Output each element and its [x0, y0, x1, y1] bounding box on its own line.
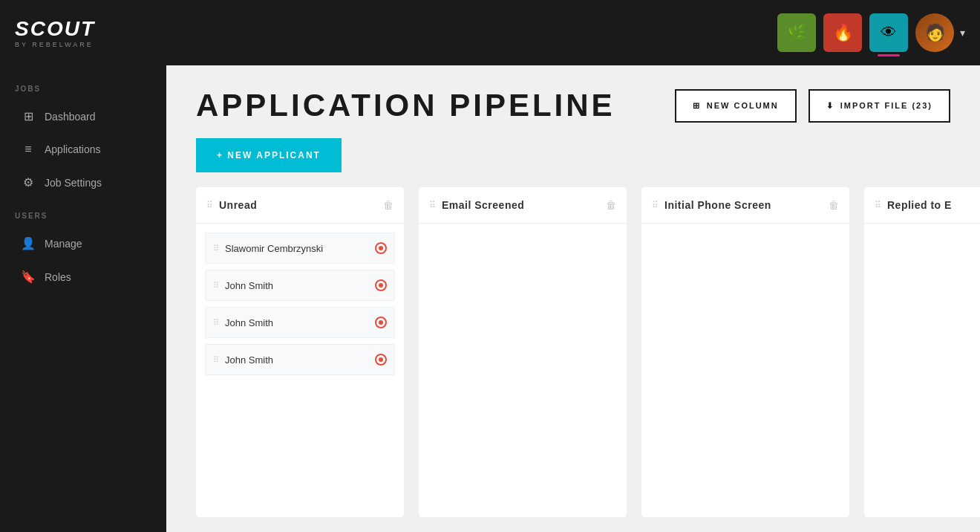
eye-app-icon[interactable]: 👁 [869, 13, 908, 52]
top-navigation: SCOUT BY REBELWARE 🌿 🔥 👁 🧑 ▾ [0, 0, 980, 65]
kanban-column-replied-to-e: ⠿Replied to E🗑 [864, 187, 980, 517]
app-byline: BY REBELWARE [15, 41, 95, 48]
sidebar-item-manage[interactable]: 👤 Manage [6, 227, 160, 259]
column-drag-handle-icon[interactable]: ⠿ [429, 200, 436, 210]
column-drag-handle-icon[interactable]: ⠿ [875, 200, 881, 210]
sidebar-item-label: Roles [45, 271, 71, 283]
column-title: Email Screened [442, 199, 600, 211]
table-row[interactable]: ⠿Slawomir Cembrzynski [205, 233, 395, 264]
sidebar-section-jobs: JOBS [0, 73, 166, 99]
chevron-down-icon: ▾ [960, 27, 965, 39]
sidebar: JOBS ⊞ Dashboard ≡ Applications ⚙ Job Se… [0, 65, 166, 532]
column-delete-icon[interactable]: 🗑 [606, 199, 616, 211]
column-title: Initial Phone Screen [664, 199, 823, 211]
sidebar-item-dashboard[interactable]: ⊞ Dashboard [6, 100, 160, 132]
sidebar-item-label: Applications [45, 143, 101, 155]
card-status-indicator [375, 242, 387, 254]
flame-app-icon[interactable]: 🔥 [823, 13, 862, 52]
card-applicant-name: John Smith [225, 280, 369, 291]
column-body-email-screened [419, 224, 627, 517]
sidebar-item-job-settings[interactable]: ⚙ Job Settings [6, 166, 160, 198]
card-status-indicator [375, 354, 387, 366]
card-status-indicator [375, 317, 387, 328]
sidebar-item-roles[interactable]: 🔖 Roles [6, 261, 160, 293]
column-drag-handle-icon[interactable]: ⠿ [206, 200, 213, 210]
card-drag-handle-icon: ⠿ [213, 244, 219, 253]
sidebar-section-users: USERS [0, 200, 166, 226]
content-area: APPLICATION PIPELINE ⊞ NEW COLUMN ⬇ IMPO… [166, 65, 980, 532]
new-column-button[interactable]: ⊞ NEW COLUMN [675, 89, 797, 123]
page-title: APPLICATION PIPELINE [196, 88, 615, 123]
column-header-unread: ⠿Unread🗑 [196, 187, 404, 224]
toolbar: + NEW APPLICANT [166, 138, 980, 187]
card-drag-handle-icon: ⠿ [213, 355, 219, 365]
sidebar-item-applications[interactable]: ≡ Applications [6, 134, 160, 165]
header-actions: ⊞ NEW COLUMN ⬇ IMPORT FILE (23) [675, 89, 950, 123]
kanban-area[interactable]: ⠿Unread🗑⠿Slawomir Cembrzynski⠿John Smith… [166, 187, 980, 532]
column-header-replied-to-e: ⠿Replied to E🗑 [864, 187, 980, 224]
column-body-replied-to-e [864, 224, 980, 517]
column-title: Replied to E [887, 199, 980, 211]
column-title: Unread [219, 199, 377, 211]
app-logo: SCOUT [15, 17, 95, 41]
page-header: APPLICATION PIPELINE ⊞ NEW COLUMN ⬇ IMPO… [166, 65, 980, 138]
column-header-initial-phone-screen: ⠿Initial Phone Screen🗑 [641, 187, 849, 224]
new-applicant-button[interactable]: + NEW APPLICANT [196, 138, 342, 172]
card-drag-handle-icon: ⠿ [213, 281, 219, 291]
import-file-button[interactable]: ⬇ IMPORT FILE (23) [808, 89, 950, 123]
import-icon: ⬇ [826, 101, 834, 111]
green-app-icon[interactable]: 🌿 [777, 13, 816, 52]
sidebar-item-label: Job Settings [45, 177, 102, 189]
kanban-board: ⠿Unread🗑⠿Slawomir Cembrzynski⠿John Smith… [196, 187, 980, 532]
column-body-unread: ⠿Slawomir Cembrzynski⠿John Smith⠿John Sm… [196, 224, 404, 517]
kanban-column-email-screened: ⠿Email Screened🗑 [419, 187, 627, 517]
kanban-column-initial-phone-screen: ⠿Initial Phone Screen🗑 [641, 187, 849, 517]
column-delete-icon[interactable]: 🗑 [383, 199, 393, 211]
column-body-initial-phone-screen [641, 224, 849, 517]
sidebar-item-label: Manage [45, 238, 82, 250]
kanban-column-unread: ⠿Unread🗑⠿Slawomir Cembrzynski⠿John Smith… [196, 187, 404, 517]
sidebar-item-label: Dashboard [45, 111, 96, 123]
card-applicant-name: John Smith [225, 317, 369, 328]
plus-icon: ⊞ [693, 101, 701, 111]
column-header-email-screened: ⠿Email Screened🗑 [419, 187, 627, 224]
nav-right: 🌿 🔥 👁 🧑 ▾ [777, 13, 965, 52]
job-settings-icon: ⚙ [21, 175, 36, 189]
dashboard-icon: ⊞ [21, 109, 36, 123]
manage-icon: 👤 [21, 236, 36, 250]
column-drag-handle-icon[interactable]: ⠿ [652, 200, 659, 210]
card-status-indicator [375, 279, 387, 291]
main-layout: JOBS ⊞ Dashboard ≡ Applications ⚙ Job Se… [0, 65, 980, 532]
applications-icon: ≡ [21, 143, 36, 156]
card-applicant-name: Slawomir Cembrzynski [225, 243, 369, 254]
card-drag-handle-icon: ⠿ [213, 318, 219, 328]
avatar-menu[interactable]: 🧑 ▾ [915, 13, 965, 52]
logo-area: SCOUT BY REBELWARE [15, 17, 95, 48]
roles-icon: 🔖 [21, 270, 36, 284]
table-row[interactable]: ⠿John Smith [205, 344, 395, 375]
column-delete-icon[interactable]: 🗑 [829, 199, 839, 211]
table-row[interactable]: ⠿John Smith [205, 307, 395, 338]
card-applicant-name: John Smith [225, 354, 369, 366]
table-row[interactable]: ⠿John Smith [205, 270, 395, 301]
avatar: 🧑 [915, 13, 954, 52]
